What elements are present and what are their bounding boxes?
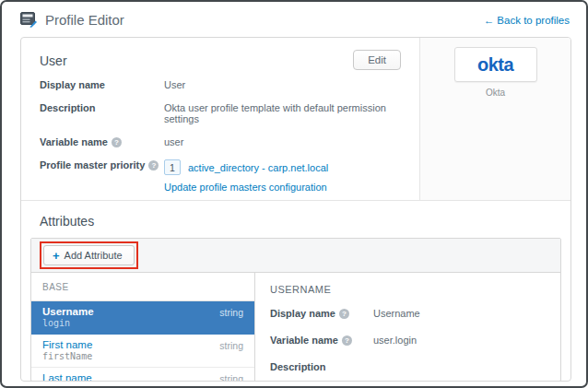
variable-name-label: Variable name — [40, 136, 108, 147]
description-value: Okta user profile template with default … — [164, 102, 401, 124]
attribute-variable: firstName — [42, 351, 243, 361]
help-icon[interactable]: ? — [342, 335, 352, 346]
red-highlight-annotation: + Add Attribute — [40, 241, 138, 269]
attribute-type: string — [219, 373, 243, 382]
top-bar: Profile Editor ← Back to profiles — [2, 2, 586, 29]
attribute-detail-panel: USERNAME Display name ? Username Variabl… — [255, 273, 560, 382]
edit-button[interactable]: Edit — [353, 50, 401, 70]
attributes-box: + Add Attribute BASE Username string log… — [30, 238, 561, 382]
attribute-type: string — [219, 340, 243, 351]
detail-variable-name-value: user.login — [373, 335, 417, 346]
help-icon[interactable]: ? — [148, 160, 159, 170]
attribute-group-header: BASE — [31, 273, 254, 301]
help-icon[interactable]: ? — [112, 137, 122, 147]
user-section: User Edit Display name User Description … — [21, 38, 570, 201]
user-section-title: User — [40, 50, 67, 68]
attribute-row-firstname[interactable]: First name string firstName — [31, 335, 254, 368]
add-attribute-button[interactable]: + Add Attribute — [43, 245, 135, 265]
help-icon[interactable]: ? — [339, 309, 349, 319]
update-profile-masters-link[interactable]: Update profile masters configuration — [164, 182, 327, 193]
okta-logo-caption: Okta — [420, 88, 570, 98]
back-to-profiles-link[interactable]: ← Back to profiles — [484, 15, 570, 26]
display-name-label: Display name — [40, 79, 164, 90]
display-name-value: User — [164, 79, 185, 90]
app-logo-column: okta Okta — [419, 38, 570, 200]
attributes-toolbar: + Add Attribute — [31, 239, 560, 273]
display-name-row: Display name User — [40, 79, 401, 90]
detail-description-row: Description — [270, 361, 546, 372]
variable-name-row: Variable name ? user — [40, 136, 401, 147]
profile-master-priority-row: Profile master priority ? 1 active_direc… — [40, 159, 401, 194]
description-label: Description — [40, 102, 164, 113]
profile-card: User Edit Display name User Description … — [20, 37, 571, 382]
plus-icon: + — [53, 251, 60, 261]
profile-master-link[interactable]: active_directory - carp.net.local — [188, 162, 328, 173]
attributes-section-title: Attributes — [40, 214, 570, 229]
okta-logo: okta — [454, 47, 537, 82]
detail-display-name-value: Username — [373, 308, 420, 319]
page-title: Profile Editor — [45, 12, 124, 28]
attribute-detail-header: USERNAME — [270, 284, 546, 295]
detail-display-name-label: Display name — [270, 308, 335, 319]
description-row: Description Okta user profile template w… — [40, 102, 401, 124]
detail-display-name-row: Display name ? Username — [270, 308, 546, 319]
attribute-row-username[interactable]: Username string login — [31, 301, 254, 335]
profile-master-priority-label: Profile master priority — [40, 159, 145, 170]
detail-variable-name-label: Variable name — [270, 335, 338, 346]
detail-description-label: Description — [270, 361, 326, 372]
detail-variable-name-row: Variable name ? user.login — [270, 335, 546, 346]
priority-number: 1 — [164, 159, 181, 175]
attribute-variable: login — [42, 318, 243, 328]
variable-name-value: user — [164, 136, 183, 147]
attribute-type: string — [219, 307, 243, 318]
profile-editor-icon — [20, 12, 38, 28]
page-frame: Profile Editor ← Back to profiles User E… — [0, 0, 588, 388]
attribute-list: BASE Username string login First name st… — [31, 273, 255, 382]
attribute-row-lastname[interactable]: Last name string lastName — [31, 368, 254, 382]
